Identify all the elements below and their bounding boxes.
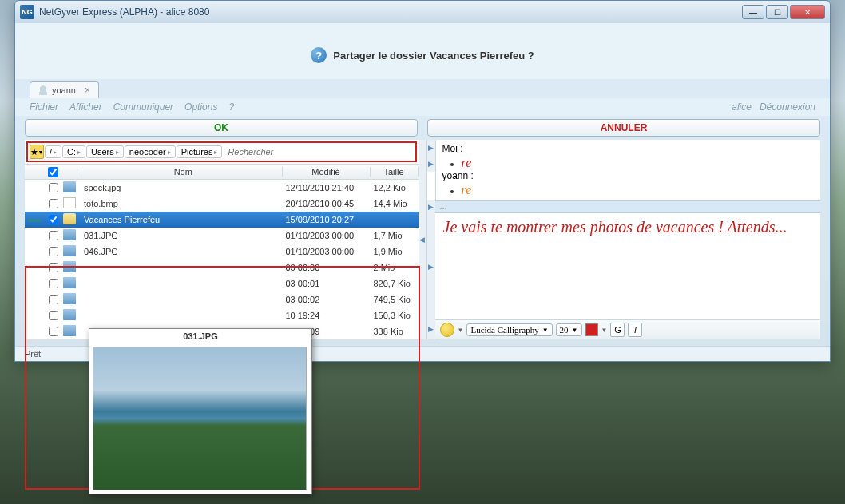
file-checkbox[interactable] — [49, 311, 58, 320]
file-list: spock.jpg12/10/2010 21:4012,2 Kiototo.bm… — [25, 180, 419, 339]
file-modified: 03 00:01 — [283, 279, 371, 288]
file-row[interactable]: 03 00:01820,7 Kio — [25, 276, 419, 292]
file-row[interactable]: 046.JPG01/10/2003 00:001,9 Mio — [25, 244, 419, 260]
italic-button[interactable]: I — [628, 323, 642, 337]
crumb-drive[interactable]: C:▸ — [62, 145, 85, 158]
file-browser-panel: ★▼ /▸ C:▸ Users▸ neocoder▸ Pictures▸ Nom… — [25, 140, 419, 339]
format-expand-arrow[interactable]: ▶ — [427, 319, 435, 339]
maximize-button[interactable]: ☐ — [766, 5, 788, 19]
chat-me-label: Moi : — [442, 143, 815, 154]
bmp-icon — [63, 197, 76, 208]
file-modified: 01/10/2003 00:00 — [283, 247, 371, 256]
file-name: toto.bmp — [81, 199, 283, 208]
chat-expand-right[interactable]: ▶ — [427, 140, 435, 156]
tab-bar: yoann × — [15, 79, 830, 98]
file-list-header: Nom Modifié Taille — [25, 164, 419, 180]
select-all-checkbox[interactable] — [48, 167, 58, 177]
tab-yoann[interactable]: yoann × — [30, 81, 99, 98]
file-checkbox[interactable] — [49, 247, 58, 256]
menubar: Fichier Afficher Communiquer Options ? a… — [15, 98, 830, 116]
file-size: 150,3 Kio — [371, 311, 419, 320]
minimize-button[interactable]: — — [742, 5, 764, 19]
menu-display[interactable]: Afficher — [69, 101, 102, 113]
file-row[interactable]: 10 19:24150,3 Kio — [25, 308, 419, 323]
prompt-text: Partager le dossier Vacances Pierrefeu ? — [333, 50, 534, 62]
cancel-button[interactable]: ANNULER — [427, 119, 820, 137]
file-size: 338 Kio — [371, 327, 419, 336]
file-modified: 10 19:24 — [283, 311, 371, 320]
person-icon — [38, 85, 48, 95]
file-modified: 01/10/2003 00:00 — [283, 231, 371, 240]
crumb-users[interactable]: Users▸ — [86, 145, 124, 158]
font-selector[interactable]: Lucida Calligraphy ▼ — [466, 323, 552, 336]
ok-button[interactable]: OK — [25, 119, 418, 137]
img-icon — [63, 181, 76, 192]
search-input[interactable] — [223, 145, 413, 158]
file-row[interactable]: spock.jpg12/10/2010 21:4012,2 Kio — [25, 180, 419, 196]
file-size: 14,4 Mio — [371, 199, 419, 208]
file-size: 749,5 Kio — [371, 295, 419, 304]
font-size-selector[interactable]: 20 ▼ — [556, 323, 582, 336]
file-name: Vacances Pierrefeu — [81, 215, 283, 224]
chat-input[interactable]: Je vais te montrer mes photos de vacance… — [435, 213, 795, 319]
file-row[interactable]: 03 00:02749,5 Kio — [25, 292, 419, 308]
img-icon — [63, 309, 76, 320]
img-icon — [63, 229, 76, 240]
img-icon — [63, 325, 76, 336]
titlebar[interactable]: NG NetGyver Express (ALPHA) - alice 8080… — [15, 1, 830, 23]
file-checkbox[interactable] — [49, 327, 58, 336]
close-button[interactable]: ✕ — [790, 5, 825, 19]
file-row[interactable]: ⟸Vacances Pierrefeu15/09/2010 20:27 — [25, 212, 419, 228]
chat-other-msg: re — [462, 183, 472, 196]
chat-me-msg: re — [462, 156, 472, 169]
crumb-user[interactable]: neocoder▸ — [125, 145, 176, 158]
file-checkbox[interactable] — [49, 199, 58, 208]
file-checkbox[interactable] — [49, 183, 58, 192]
file-checkbox[interactable] — [49, 263, 58, 272]
file-row[interactable]: 03 00:002 Mio — [25, 260, 419, 276]
main-content: ★▼ /▸ C:▸ Users▸ neocoder▸ Pictures▸ Nom… — [25, 140, 820, 339]
file-row[interactable]: 031.JPG01/10/2003 00:001,7 Mio — [25, 228, 419, 244]
chat-sep-arrow[interactable]: ▶ — [427, 200, 435, 213]
menu-file[interactable]: Fichier — [30, 101, 58, 113]
chat-expand-right-2[interactable]: ▶ — [427, 156, 435, 172]
file-row[interactable]: toto.bmp20/10/2010 00:4514,4 Mio — [25, 196, 419, 212]
chat-separator: ... — [435, 200, 821, 213]
column-name[interactable]: Nom — [81, 167, 283, 177]
file-size: 12,2 Kio — [371, 183, 419, 192]
emoticon-dropdown-icon[interactable]: ▼ — [458, 327, 464, 334]
menu-help[interactable]: ? — [228, 101, 234, 113]
chat-other-label: yoann : — [442, 170, 815, 181]
preview-image — [93, 347, 307, 490]
column-modified[interactable]: Modifié — [283, 167, 371, 177]
dialog-buttons: OK ANNULER — [15, 116, 830, 140]
color-dropdown-icon[interactable]: ▼ — [601, 327, 608, 334]
bold-button[interactable]: G — [610, 323, 625, 337]
column-size[interactable]: Taille — [371, 167, 419, 177]
pin-icon: ⟸ — [28, 215, 42, 226]
chat-panel: ▶ ▶ Moi : re yoann : re ▶ ... ▶ Je vais … — [426, 140, 821, 339]
help-icon: ? — [311, 47, 327, 63]
file-checkbox[interactable] — [49, 295, 58, 304]
file-checkbox[interactable] — [49, 215, 58, 224]
file-checkbox[interactable] — [49, 231, 58, 240]
favorites-button[interactable]: ★▼ — [30, 145, 44, 159]
input-expand-arrow[interactable]: ▶ — [427, 213, 435, 319]
window-title: NetGyver Express (ALPHA) - alice 8080 — [39, 6, 209, 18]
file-checkbox[interactable] — [49, 279, 58, 288]
img-icon — [63, 277, 76, 288]
file-name: 046.JPG — [81, 247, 283, 256]
crumb-folder[interactable]: Pictures▸ — [177, 145, 223, 158]
tab-close-icon[interactable]: × — [85, 85, 90, 96]
crumb-root[interactable]: /▸ — [45, 145, 61, 158]
file-modified: 03 00:00 — [283, 263, 371, 272]
menu-communicate[interactable]: Communiquer — [113, 101, 173, 113]
menu-options[interactable]: Options — [184, 101, 217, 113]
color-button[interactable] — [585, 323, 598, 336]
logout-link[interactable]: Déconnexion — [760, 101, 815, 113]
panel-collapse-left[interactable]: ◀ — [419, 140, 426, 339]
file-name: spock.jpg — [81, 183, 283, 192]
share-prompt: ? Partager le dossier Vacances Pierrefeu… — [15, 23, 830, 79]
emoticon-button[interactable] — [440, 323, 454, 337]
file-size: 2 Mio — [371, 263, 419, 272]
